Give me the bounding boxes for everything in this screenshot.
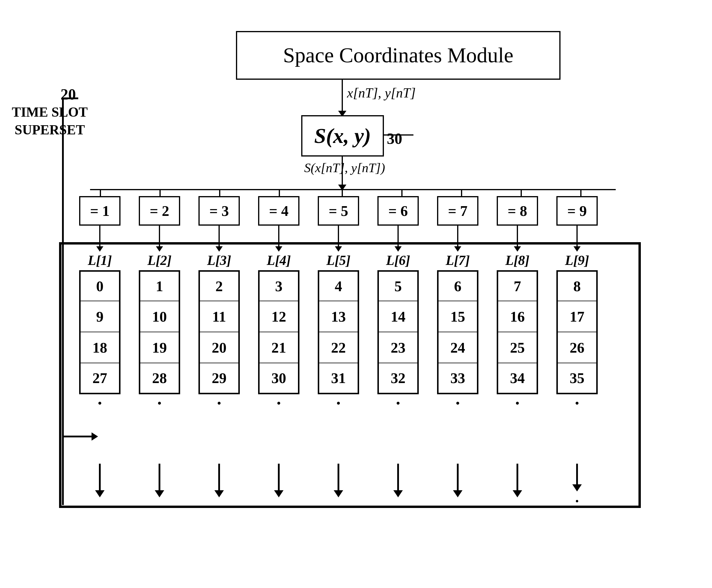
- list-9: 8 17 26 35 ·: [557, 270, 598, 412]
- dot-2: ·: [139, 394, 180, 412]
- cell-2-3: 28: [139, 363, 180, 394]
- l-labels-row: L[1] L[2] L[3] L[4] L[5] L[6] L[7] L[8] …: [79, 252, 598, 268]
- cell-2-1: 10: [139, 301, 180, 332]
- bracket-arrow-row: [62, 436, 98, 437]
- cell-4-2: 21: [258, 332, 299, 363]
- list-1: 0 9 18 27 ·: [79, 270, 121, 412]
- cell-6-0: 5: [377, 270, 419, 301]
- dot-3: ·: [198, 394, 240, 412]
- dot-1: ·: [79, 394, 121, 412]
- dot-9: ·: [557, 394, 598, 412]
- label-SxnT: S(x[nT], y[nT]): [304, 160, 385, 175]
- dot-4: ·: [258, 394, 299, 412]
- cell-8-2: 25: [497, 332, 538, 363]
- l-label-6: L[6]: [377, 252, 419, 268]
- list-2: 1 10 19 28 ·: [139, 270, 180, 412]
- cell-6-3: 32: [377, 363, 419, 394]
- sxy-box: S(x, y): [301, 115, 384, 156]
- eq-box-9: = 9: [557, 196, 598, 226]
- bottom-arrows-row: ·: [79, 464, 598, 510]
- dot-8: ·: [497, 394, 538, 412]
- cell-9-0: 8: [557, 270, 598, 301]
- cell-1-0: 0: [79, 270, 121, 301]
- cell-2-2: 19: [139, 332, 180, 363]
- l-label-5: L[5]: [318, 252, 359, 268]
- cell-3-2: 20: [198, 332, 240, 363]
- vert-drop-5: [342, 189, 343, 196]
- eq-box-4: = 4: [258, 196, 299, 226]
- list-8: 7 16 25 34 ·: [497, 270, 538, 412]
- vert-drop-7: [461, 189, 462, 196]
- cell-7-3: 33: [437, 363, 478, 394]
- eq-box-8: = 8: [497, 196, 538, 226]
- cell-7-0: 6: [437, 270, 478, 301]
- bracket-top-h: [62, 98, 78, 99]
- cell-9-2: 26: [557, 332, 598, 363]
- cell-7-1: 15: [437, 301, 478, 332]
- bottom-arr-4: [258, 464, 299, 510]
- bottom-arr-7: [437, 464, 478, 510]
- l-label-4: L[4]: [258, 252, 299, 268]
- arrow-module-to-sxy: [342, 80, 343, 114]
- cell-4-3: 30: [258, 363, 299, 394]
- bottom-arr-6: [377, 464, 419, 510]
- vert-drop-8: [521, 189, 522, 196]
- vert-drop-9: [580, 189, 582, 196]
- list-6: 5 14 23 32 ·: [377, 270, 419, 412]
- eq-box-1: = 1: [79, 196, 121, 226]
- vert-drop-6: [401, 189, 402, 196]
- cell-4-1: 12: [258, 301, 299, 332]
- eq-box-2: = 2: [139, 196, 180, 226]
- diagram: Space Coordinates Module x[nT], y[nT] S(…: [0, 0, 712, 588]
- l-label-1: L[1]: [79, 252, 121, 268]
- h-line-dist: [90, 189, 616, 190]
- cell-9-1: 17: [557, 301, 598, 332]
- dot-6: ·: [377, 394, 419, 412]
- cell-5-2: 22: [318, 332, 359, 363]
- cell-6-1: 14: [377, 301, 419, 332]
- module-label: Space Coordinates Module: [283, 43, 514, 68]
- cell-2-0: 1: [139, 270, 180, 301]
- bottom-arr-2: [139, 464, 180, 510]
- eq-box-7: = 7: [437, 196, 478, 226]
- cell-1-3: 27: [79, 363, 121, 394]
- bottom-arr-8: [497, 464, 538, 510]
- label-xnT: x[nT], y[nT]: [347, 85, 416, 101]
- list-5: 4 13 22 31 ·: [318, 270, 359, 412]
- cell-5-0: 4: [318, 270, 359, 301]
- cell-8-1: 16: [497, 301, 538, 332]
- eq-box-5: = 5: [318, 196, 359, 226]
- cell-3-0: 2: [198, 270, 240, 301]
- dot-7: ·: [437, 394, 478, 412]
- l-label-9: L[9]: [557, 252, 598, 268]
- dot-5: ·: [318, 394, 359, 412]
- lists-row: 0 9 18 27 · 1 10 19 28 · 2 11 20 29 · 3 …: [79, 270, 598, 412]
- cell-9-3: 35: [557, 363, 598, 394]
- cell-5-1: 13: [318, 301, 359, 332]
- l-label-3: L[3]: [198, 252, 240, 268]
- cell-8-0: 7: [497, 270, 538, 301]
- cell-4-0: 3: [258, 270, 299, 301]
- timeslot-label: TIME SLOT SUPERSET: [12, 103, 88, 139]
- l-label-8: L[8]: [497, 252, 538, 268]
- l-label-7: L[7]: [437, 252, 478, 268]
- list-7: 6 15 24 33 ·: [437, 270, 478, 412]
- list-4: 3 12 21 30 ·: [258, 270, 299, 412]
- cell-3-3: 29: [198, 363, 240, 394]
- vert-drop-1: [100, 189, 101, 196]
- cell-3-1: 11: [198, 301, 240, 332]
- vert-drop-3: [219, 189, 220, 196]
- bottom-arr-5: [318, 464, 359, 510]
- cell-1-2: 18: [79, 332, 121, 363]
- module-box: Space Coordinates Module: [236, 31, 561, 80]
- eq-boxes-row: = 1 = 2 = 3 = 4 = 5 = 6 = 7 = 8 = 9: [79, 196, 598, 226]
- vert-drop-2: [160, 189, 161, 196]
- vert-drop-4: [279, 189, 280, 196]
- cell-7-2: 24: [437, 332, 478, 363]
- eq-box-3: = 3: [198, 196, 240, 226]
- bracket-vertical: [62, 98, 64, 505]
- l-label-2: L[2]: [139, 252, 180, 268]
- bottom-arr-9: ·: [557, 464, 598, 510]
- label-30: 30: [387, 130, 402, 147]
- cell-1-1: 9: [79, 301, 121, 332]
